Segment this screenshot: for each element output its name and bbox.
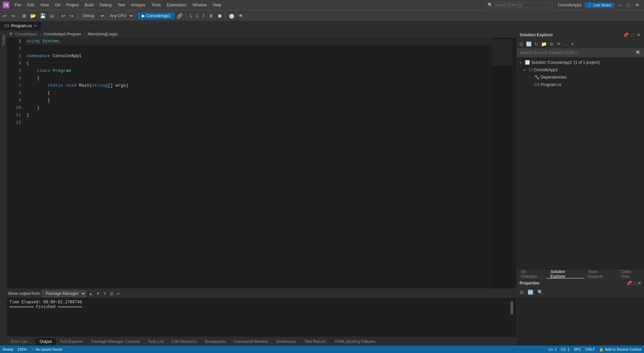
menu-build[interactable]: Build — [82, 2, 97, 8]
tab-task-list[interactable]: Task List — [144, 337, 168, 346]
status-line-ending[interactable]: CRLF — [585, 347, 595, 352]
live-share-button[interactable]: 👤 Live Share — [585, 2, 614, 8]
status-issues[interactable]: ✓ No issues found — [31, 347, 62, 352]
tab-breakpoints[interactable]: Breakpoints — [201, 337, 230, 346]
se-properties-icon[interactable]: ⚙ — [548, 41, 555, 47]
toolbar-redo[interactable]: ↪ — [68, 12, 75, 19]
tab-test-explorer[interactable]: Test Explorer — [56, 337, 87, 346]
prop-alphabetical-icon[interactable]: 🔤 — [526, 289, 535, 296]
minimap-viewport[interactable] — [492, 39, 513, 66]
breadcrumb-project[interactable]: ConsoleApp1 — [15, 32, 37, 36]
menu-edit[interactable]: Edit — [24, 2, 37, 8]
se-settings-icon[interactable]: … — [563, 41, 570, 47]
maximize-button[interactable]: □ — [625, 1, 632, 9]
tab-error-list[interactable]: Error List ... — [7, 337, 36, 346]
output-word-wrap-icon[interactable]: ↵ — [116, 290, 121, 297]
prop-property-pages-icon[interactable]: 🔍 — [536, 289, 544, 296]
tree-item-solution[interactable]: ▾ ⬜ Solution 'ConsoleApp1' (1 of 1 proje… — [517, 59, 644, 66]
toolbar-breakpoint[interactable]: ⬤ — [227, 12, 236, 19]
toolbar-open[interactable]: 📂 — [29, 12, 38, 19]
breadcrumb-method[interactable]: Main(string[] args) — [88, 32, 118, 36]
platform-dropdown[interactable]: Any CPU x86 x64 — [106, 12, 134, 19]
toolbar-undo[interactable]: ↩ — [60, 12, 67, 19]
toolbar-new-project[interactable]: ⊞ — [20, 12, 28, 19]
tab-command-window[interactable]: Command Window — [230, 337, 272, 346]
tab-solution-explorer[interactable]: Solution Explorer — [546, 270, 584, 278]
menu-debug[interactable]: Debug — [97, 2, 114, 8]
tab-call-hierarchy[interactable]: Call Hierarchy — [168, 337, 201, 346]
prop-categorized-icon[interactable]: ⊞ — [518, 289, 525, 296]
run-button[interactable]: ▶ ConsoleApp1 — [138, 12, 174, 19]
output-text[interactable]: Time Elapsed: 00:00:02.2788746 =========… — [9, 300, 507, 336]
breadcrumb-class[interactable]: ConsoleApp1.Program — [44, 32, 81, 36]
menu-analyze[interactable]: Analyze — [128, 2, 148, 8]
solution-search-input[interactable] — [517, 48, 644, 57]
output-vertical-scrollbar[interactable] — [510, 300, 514, 336]
breadcrumb-bar: ⊞ ConsoleApp1 › ConsoleApp1.Program › Ma… — [7, 30, 517, 38]
toolbox-label[interactable]: Toolbox — [1, 33, 6, 47]
status-encoding[interactable]: SPC — [574, 347, 581, 352]
props-close-icon[interactable]: ✕ — [637, 280, 641, 286]
se-pending-changes-icon[interactable]: 🔄 — [525, 41, 533, 47]
se-collapse-icon[interactable]: ⊟ — [518, 41, 524, 47]
tab-xaml-binding[interactable]: XAML Binding Failures — [330, 337, 379, 346]
toolbar-watch[interactable]: 👁 — [237, 12, 245, 19]
menu-file[interactable]: File — [12, 2, 24, 8]
line-num-4: 4 — [7, 60, 21, 67]
tree-item-program-cs[interactable]: › C# Program.cs — [517, 81, 644, 88]
status-add-source-control[interactable]: 🔒 Add to Source Control — [599, 347, 641, 352]
toolbar-break[interactable]: ⏸ — [207, 12, 215, 19]
tab-git-changes[interactable]: Git Changes — [517, 270, 546, 278]
tab-test-results[interactable]: Test Results — [301, 337, 330, 346]
code-line-12 — [26, 119, 492, 126]
output-up-icon[interactable]: ▲ — [88, 290, 94, 297]
se-filter-icon[interactable]: ▾ — [570, 41, 575, 47]
global-search-input[interactable] — [494, 3, 548, 7]
tree-item-dependencies[interactable]: › 🔧 Dependencies — [517, 74, 644, 81]
menu-window[interactable]: Window — [190, 2, 210, 8]
se-close-icon[interactable]: ✕ — [636, 32, 641, 38]
output-clear-icon[interactable]: ✕ — [102, 290, 108, 297]
se-preview-icon[interactable]: 👁 — [555, 41, 562, 47]
props-maximize-icon[interactable]: □ — [633, 280, 636, 286]
se-refresh-icon[interactable]: ↻ — [533, 41, 539, 47]
toolbar-save[interactable]: 💾 — [38, 12, 47, 19]
se-pin-icon[interactable]: 📌 — [622, 32, 629, 38]
tab-team-explorer[interactable]: Team Explorer — [584, 270, 617, 278]
tab-class-view[interactable]: Class View — [617, 270, 644, 278]
editor-vertical-scrollbar[interactable] — [513, 38, 517, 289]
tree-item-project[interactable]: ▾ ⬡ ConsoleApp1 — [517, 66, 644, 74]
se-maximize-icon[interactable]: □ — [631, 32, 635, 38]
menu-tools[interactable]: Tools — [149, 2, 163, 8]
menu-git[interactable]: Git — [52, 2, 63, 8]
toolbar-stop[interactable]: ⏹ — [216, 12, 224, 19]
props-pin-icon[interactable]: 📌 — [626, 280, 632, 286]
se-show-all-files-icon[interactable]: 📁 — [540, 41, 548, 47]
scrollbar-thumb[interactable] — [511, 301, 513, 314]
toolbar-attach[interactable]: 🔗 — [175, 12, 184, 19]
menu-extensions[interactable]: Extensions — [164, 2, 189, 8]
output-source-dropdown[interactable]: Package Manager Build Debug — [42, 290, 86, 297]
toolbar-step-into[interactable]: ⤵ — [194, 12, 200, 19]
toolbar-step-over[interactable]: ⤵ — [188, 12, 194, 19]
output-grid-icon[interactable]: ⊞ — [109, 290, 114, 297]
output-down-icon[interactable]: ▼ — [95, 290, 101, 297]
code-editor[interactable]: using System; namespace ConsoleApp1 { cl… — [25, 38, 492, 289]
menu-test[interactable]: Test — [115, 2, 128, 8]
menu-project[interactable]: Project — [63, 2, 81, 8]
menu-view[interactable]: View — [38, 2, 52, 8]
tab-package-manager-console[interactable]: Package Manager Console — [87, 337, 144, 346]
tab-bookmarks[interactable]: Bookmarks — [272, 337, 301, 346]
toolbar-save-all[interactable]: 🗂 — [48, 12, 56, 19]
tab-close-button[interactable]: ✕ — [34, 24, 37, 28]
editor-tab-program-cs[interactable]: C# Program.cs ✕ — [0, 21, 41, 30]
toolbar-forward[interactable]: ↪ — [9, 12, 17, 19]
minimize-button[interactable]: ─ — [616, 1, 624, 9]
config-dropdown[interactable]: Debug Release — [79, 12, 105, 19]
status-zoom[interactable]: 192% — [17, 347, 27, 351]
menu-help[interactable]: Help — [210, 2, 224, 8]
close-button[interactable]: ✕ — [633, 1, 641, 9]
toolbar-step-out[interactable]: ⤴ — [201, 12, 206, 19]
toolbar-back[interactable]: ↩ — [1, 12, 9, 19]
tab-output[interactable]: Output — [36, 337, 56, 346]
